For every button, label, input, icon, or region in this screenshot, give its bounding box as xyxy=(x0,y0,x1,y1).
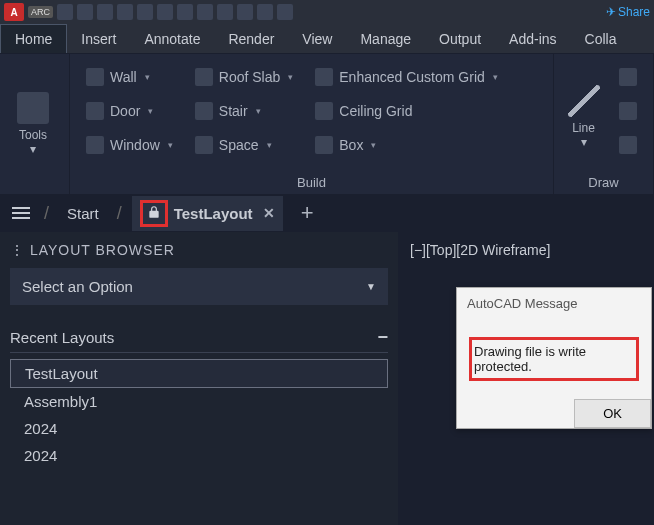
layout-item[interactable]: 2024 xyxy=(10,415,388,442)
draw-tool[interactable] xyxy=(613,128,643,161)
menu-icon[interactable] xyxy=(8,203,34,223)
layout-browser-panel: LAYOUT BROWSER Select an Option ▼ Recent… xyxy=(0,232,398,525)
ceiling-grid-button[interactable]: Ceiling Grid xyxy=(309,94,504,127)
draw-tool[interactable] xyxy=(613,60,643,93)
btn-label: Roof Slab xyxy=(219,69,280,85)
lock-highlight xyxy=(140,200,168,227)
viewport[interactable]: [−][Top][2D Wireframe] AutoCAD Message D… xyxy=(398,232,654,525)
lock-icon xyxy=(147,205,161,222)
ribbon-tab-output[interactable]: Output xyxy=(425,25,495,53)
door-icon xyxy=(86,102,104,120)
section-label: Recent Layouts xyxy=(10,329,114,346)
qat-icon[interactable] xyxy=(57,4,73,20)
box-button[interactable]: Box▾ xyxy=(309,128,504,161)
arc-icon xyxy=(619,68,637,86)
doc-tab-start[interactable]: Start xyxy=(59,201,107,226)
layout-item[interactable]: 2024 xyxy=(10,442,388,469)
layout-item[interactable]: TestLayout xyxy=(10,359,388,388)
share-button[interactable]: ✈ Share xyxy=(606,5,650,19)
panel-title-build: Build xyxy=(80,173,543,192)
ribbon-tab-view[interactable]: View xyxy=(288,25,346,53)
ribbon: Tools ▾ Wall▾ Door▾ Window▾ Roof Slab▾ S… xyxy=(0,54,654,194)
wall-icon xyxy=(86,68,104,86)
app-logo[interactable]: A xyxy=(4,3,24,21)
new-tab-button[interactable]: + xyxy=(293,200,322,226)
qat-icon[interactable] xyxy=(137,4,153,20)
viewport-label[interactable]: [−][Top][2D Wireframe] xyxy=(398,232,654,268)
lower-area: LAYOUT BROWSER Select an Option ▼ Recent… xyxy=(0,232,654,525)
qat-icon[interactable] xyxy=(97,4,113,20)
stair-icon xyxy=(195,102,213,120)
ribbon-tabs: Home Insert Annotate Render View Manage … xyxy=(0,24,654,54)
line-button[interactable]: Line ▾ xyxy=(564,60,603,173)
tools-icon xyxy=(17,92,49,124)
btn-label: Window xyxy=(110,137,160,153)
ribbon-panel-build: Wall▾ Door▾ Window▾ Roof Slab▾ Stair▾ Sp… xyxy=(70,54,554,194)
roofslab-button[interactable]: Roof Slab▾ xyxy=(189,60,299,93)
grid-icon xyxy=(315,68,333,86)
chevron-down-icon: ▾ xyxy=(256,106,261,116)
ribbon-tab-home[interactable]: Home xyxy=(0,24,67,53)
chevron-down-icon: ▾ xyxy=(148,106,153,116)
qat-icon[interactable] xyxy=(177,4,193,20)
btn-label: Enhanced Custom Grid xyxy=(339,69,485,85)
ribbon-tab-annotate[interactable]: Annotate xyxy=(130,25,214,53)
ribbon-tab-render[interactable]: Render xyxy=(214,25,288,53)
dialog-footer: OK xyxy=(457,399,651,428)
draw-tool[interactable] xyxy=(613,94,643,127)
btn-label: Wall xyxy=(110,69,137,85)
chevron-down-icon: ▾ xyxy=(371,140,376,150)
rect-icon xyxy=(619,136,637,154)
wall-button[interactable]: Wall▾ xyxy=(80,60,179,93)
ribbon-panel-draw: Line ▾ Draw xyxy=(554,54,654,194)
qat-icon[interactable] xyxy=(157,4,173,20)
collapse-icon[interactable]: − xyxy=(377,327,388,348)
doc-tab-active[interactable]: TestLayout ✕ xyxy=(132,196,283,231)
space-icon xyxy=(195,136,213,154)
close-icon[interactable]: ✕ xyxy=(263,205,275,221)
chevron-down-icon: ▾ xyxy=(288,72,293,82)
chevron-down-icon: ▾ xyxy=(168,140,173,150)
option-select[interactable]: Select an Option ▼ xyxy=(10,268,388,305)
ribbon-tab-collaborate[interactable]: Colla xyxy=(571,25,631,53)
recent-layouts-header[interactable]: Recent Layouts − xyxy=(10,323,388,353)
window-icon xyxy=(86,136,104,154)
qat-icon[interactable] xyxy=(197,4,213,20)
ok-button[interactable]: OK xyxy=(574,399,651,428)
btn-label: Ceiling Grid xyxy=(339,103,412,119)
door-button[interactable]: Door▾ xyxy=(80,94,179,127)
separator: / xyxy=(117,203,122,224)
roofslab-icon xyxy=(195,68,213,86)
qat-icon[interactable] xyxy=(237,4,253,20)
line-label: Line xyxy=(572,121,595,135)
dialog-message: Drawing file is write protected. xyxy=(469,337,639,381)
box-icon xyxy=(315,136,333,154)
ribbon-tab-insert[interactable]: Insert xyxy=(67,25,130,53)
ribbon-tab-addins[interactable]: Add-ins xyxy=(495,25,570,53)
chevron-down-icon: ▾ xyxy=(145,72,150,82)
dialog-body: Drawing file is write protected. xyxy=(457,319,651,399)
tools-button[interactable]: Tools ▾ xyxy=(10,60,56,188)
stair-button[interactable]: Stair▾ xyxy=(189,94,299,127)
space-button[interactable]: Space▾ xyxy=(189,128,299,161)
panel-title-draw: Draw xyxy=(564,173,643,192)
chevron-down-icon: ▾ xyxy=(30,142,36,156)
qat-icon[interactable] xyxy=(217,4,233,20)
qat-icon[interactable] xyxy=(257,4,273,20)
separator: / xyxy=(44,203,49,224)
qat-icon[interactable] xyxy=(117,4,133,20)
chevron-down-icon: ▾ xyxy=(267,140,272,150)
enhanced-grid-button[interactable]: Enhanced Custom Grid▾ xyxy=(309,60,504,93)
line-icon xyxy=(568,85,600,117)
qat-icon[interactable] xyxy=(77,4,93,20)
select-label: Select an Option xyxy=(22,278,133,295)
window-button[interactable]: Window▾ xyxy=(80,128,179,161)
circle-icon xyxy=(619,102,637,120)
chevron-down-icon: ▾ xyxy=(581,135,587,149)
layout-item[interactable]: Assembly1 xyxy=(10,388,388,415)
qat-icon[interactable] xyxy=(277,4,293,20)
ribbon-tab-manage[interactable]: Manage xyxy=(346,25,425,53)
share-icon: ✈ xyxy=(606,5,616,19)
workspace-badge[interactable]: ARC xyxy=(28,6,53,18)
dialog-title: AutoCAD Message xyxy=(457,288,651,319)
